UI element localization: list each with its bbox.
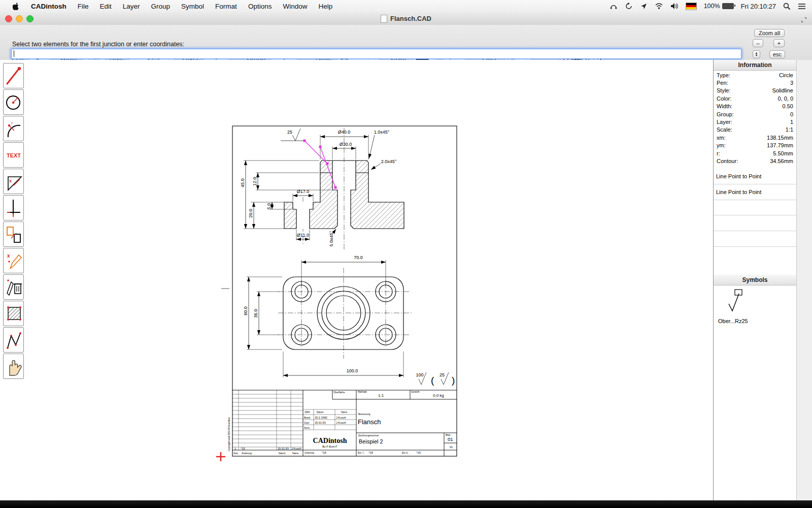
info-row: Style:Solidline	[714, 87, 796, 94]
arc-tool[interactable]: r	[3, 116, 24, 141]
duplicate-tool[interactable]	[3, 221, 24, 247]
menu-symbol[interactable]: Symbol	[176, 0, 210, 12]
history-list: Line Point to Point Line Point to Point	[714, 169, 796, 247]
dim-text-100: 100.0	[347, 368, 358, 373]
information-panel-header: Information	[714, 60, 796, 71]
svg-text:J.Kusch: J.Kusch	[336, 421, 346, 424]
svg-text:Beispiel 2: Beispiel 2	[359, 438, 383, 444]
menu-help[interactable]: Help	[313, 0, 338, 12]
keyboard-flag-icon[interactable]	[686, 3, 697, 10]
dim-text-5: 5.0	[266, 203, 272, 210]
dim-text-45: 45.0	[240, 178, 245, 187]
info-row: Color:0, 0, 0	[714, 94, 796, 102]
info-row: Layer:1	[714, 118, 796, 125]
svg-text:Bearb.: Bearb.	[304, 417, 311, 419]
menu-group[interactable]: Group	[146, 0, 176, 12]
location-icon[interactable]	[640, 3, 648, 10]
drawing-canvas[interactable]: Ø40.0 Ø30.0 1.0x45° 2.0x45° Ø17.0 Ø11.0 …	[0, 60, 713, 500]
phone-icon[interactable]	[610, 2, 618, 10]
zoom-all-button[interactable]: Zoom all	[754, 29, 785, 37]
bolthole-clear	[296, 209, 310, 229]
notification-list-icon[interactable]	[798, 3, 806, 10]
text-tool[interactable]: TEXT	[3, 142, 24, 168]
svg-text:Flansch: Flansch	[358, 418, 381, 426]
menu-bar: CADintosh File Edit Layer Group Symbol F…	[0, 0, 812, 13]
value-stepper[interactable]: ▲▼	[753, 50, 760, 58]
svg-text:1:1: 1:1	[378, 393, 384, 398]
battery-indicator[interactable]: 100%	[704, 3, 734, 10]
svg-text:Datum: Datum	[317, 411, 324, 414]
dim-text-2x45: 2.0x45°	[381, 159, 397, 164]
menu-file[interactable]: File	[72, 0, 94, 12]
close-button[interactable]	[5, 15, 12, 22]
minimize-button[interactable]	[16, 15, 23, 22]
zoom-in-button[interactable]: +	[773, 39, 785, 47]
svg-text:J.Kusch: J.Kusch	[291, 447, 301, 450]
svg-text:1: 1	[234, 447, 236, 450]
menu-options[interactable]: Options	[243, 0, 278, 12]
menu-layer[interactable]: Layer	[117, 0, 146, 12]
prompt-message: Select two elements for the first juncti…	[12, 41, 184, 48]
symbols-panel-header: Symbols	[714, 275, 796, 285]
svg-text:Copyright nach DIN 34 beachten: Copyright nach DIN 34 beachten	[228, 417, 230, 451]
axis-tool[interactable]	[3, 195, 24, 220]
svg-text:Gewicht: Gewicht	[411, 391, 420, 393]
crosshair-cursor	[216, 452, 225, 461]
app-menu[interactable]: CADintosh	[25, 0, 72, 12]
dock-strip	[0, 500, 812, 508]
info-row: Pen:3	[714, 79, 796, 86]
menu-clock[interactable]: Fri 20:10:27	[741, 3, 776, 10]
command-input[interactable]	[11, 49, 741, 59]
roughness-symbol-icon[interactable]	[725, 289, 747, 315]
apple-menu[interactable]	[7, 0, 25, 12]
svg-text:x: x	[7, 253, 10, 259]
dim-text-d17: Ø17.0	[297, 189, 310, 194]
info-row: Contour:34.56mm	[714, 157, 796, 165]
delete-tool[interactable]	[3, 274, 24, 300]
svg-text:r: r	[11, 120, 13, 125]
panel-scrollbar[interactable]	[796, 60, 812, 500]
battery-percent: 100%	[704, 3, 720, 10]
zoom-out-button[interactable]: –	[753, 39, 763, 47]
line-tool[interactable]	[3, 63, 24, 88]
svg-text:Zust: Zust	[233, 452, 239, 455]
information-rows: Type:Circle Pen:3 Style:Solidline Color:…	[714, 71, 796, 165]
wifi-icon[interactable]	[655, 3, 663, 10]
svg-text:100: 100	[416, 372, 423, 377]
dim-text-d40: Ø40.0	[338, 130, 351, 135]
menu-edit[interactable]: Edit	[94, 0, 117, 12]
window-title-group: Flansch.CAD	[381, 15, 431, 23]
history-entry-empty	[714, 231, 796, 247]
svg-text:Oberfläche: Oberfläche	[333, 391, 345, 394]
svg-text:01: 01	[448, 436, 453, 442]
modify-tool[interactable]: x	[3, 248, 24, 273]
dimension-tool[interactable]: x	[3, 169, 24, 194]
svg-text:TEXT: TEXT	[6, 152, 20, 158]
polyline-tool[interactable]	[3, 327, 24, 353]
svg-text:^19: ^19	[416, 451, 421, 454]
pan-tool[interactable]	[3, 354, 24, 379]
cad-drawing[interactable]: Ø40.0 Ø30.0 1.0x45° 2.0x45° Ø17.0 Ø11.0 …	[0, 60, 713, 500]
svg-text:Zeichnungsnummer: Zeichnungsnummer	[358, 434, 379, 437]
spotlight-icon[interactable]	[783, 3, 791, 10]
zoom-button[interactable]	[26, 15, 33, 22]
dim-text-36: 36.0	[253, 309, 258, 318]
menu-window[interactable]: Window	[277, 0, 313, 12]
svg-text:Name: Name	[341, 411, 348, 414]
screen: CADintosh File Edit Layer Group Symbol F…	[0, 0, 812, 508]
document-icon	[381, 15, 387, 23]
svg-text:CADintosh: CADintosh	[313, 437, 347, 444]
esc-button[interactable]: esc	[769, 50, 785, 58]
info-row: xm:138.15mm	[714, 134, 796, 141]
hatch-tool[interactable]	[3, 301, 24, 326]
info-row: ym:137.79mm	[714, 142, 796, 149]
volume-icon[interactable]	[670, 3, 679, 10]
symbol-item-label[interactable]: Ober...Rz25	[718, 318, 748, 324]
circle-tool[interactable]: r	[3, 89, 24, 115]
fullscreen-icon[interactable]	[801, 16, 807, 25]
info-row: Scale:1:1	[714, 126, 796, 134]
svg-text:Name: Name	[292, 452, 299, 455]
dim-text-70: 70.0	[354, 255, 363, 260]
menu-format[interactable]: Format	[210, 0, 243, 12]
sync-icon[interactable]	[625, 2, 633, 10]
